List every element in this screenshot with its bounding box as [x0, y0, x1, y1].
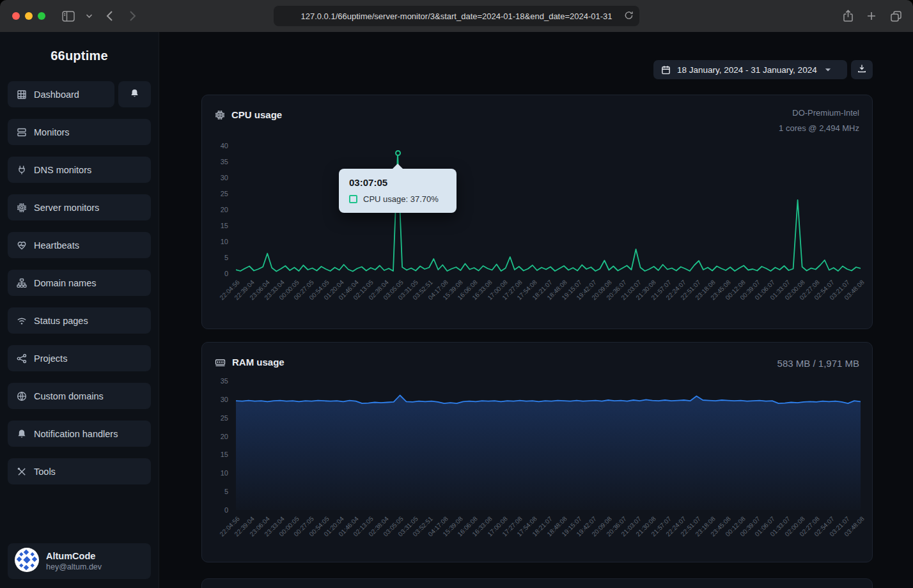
minimize-window-button[interactable]	[25, 12, 33, 20]
window-controls	[12, 12, 45, 20]
user-name: AltumCode	[46, 551, 102, 561]
zoom-window-button[interactable]	[38, 12, 45, 20]
chart-tooltip: 03:07:05 CPU usage: 37.70%	[339, 169, 456, 213]
sidebar-item-dashboard[interactable]: Dashboard	[8, 81, 114, 107]
next-card-partial	[201, 578, 873, 588]
browser-toolbar: 127.0.0.1/66uptime/server-monitor/3&star…	[0, 0, 913, 32]
date-range-picker[interactable]: 18 January, 2024 - 31 January, 2024	[653, 60, 847, 79]
sidebar-item-label: Domain names	[34, 278, 97, 288]
server-name: DO-Premium-Intel	[779, 105, 859, 121]
y-axis-label: 5	[202, 488, 228, 495]
sidebar-item-heartbeats[interactable]: Heartbeats	[8, 232, 151, 258]
server-stack-icon	[17, 127, 27, 137]
sidebar: 66uptime Dashboard	[0, 32, 159, 588]
notifications-button[interactable]	[118, 81, 151, 107]
sidebar-item-projects[interactable]: Projects	[8, 345, 151, 371]
y-axis-label: 0	[202, 506, 228, 514]
cpu-chart[interactable]	[236, 146, 861, 274]
close-window-button[interactable]	[12, 12, 20, 20]
ram-usage-value: 583 MB / 1,971 MB	[777, 358, 859, 369]
sidebar-item-label: Server monitors	[34, 203, 99, 213]
user-account-card[interactable]: AltumCode hey@altum.dev	[8, 543, 151, 579]
sidebar-item-label: Monitors	[34, 127, 70, 137]
sidebar-item-domain-names[interactable]: Domain names	[8, 270, 151, 296]
sidebar-item-custom-domains[interactable]: Custom domains	[8, 383, 151, 409]
share-icon[interactable]	[839, 8, 856, 24]
sidebar-item-tools[interactable]: Tools	[8, 458, 151, 484]
tooltip-value: CPU usage: 37.70%	[363, 194, 439, 204]
grid-icon	[17, 89, 27, 100]
sidebar-item-label: Dashboard	[34, 89, 79, 100]
sitemap-icon	[17, 278, 27, 288]
chart-highlight-dot	[395, 150, 401, 156]
sidebar-item-monitors[interactable]: Monitors	[8, 119, 151, 145]
sidebar-item-status-pages[interactable]: Status pages	[8, 307, 151, 334]
sidebar-item-label: Projects	[34, 353, 67, 364]
y-axis-label: 10	[202, 238, 228, 245]
share-nodes-icon	[17, 353, 27, 364]
y-axis-label: 20	[202, 206, 228, 213]
heart-pulse-icon	[17, 240, 27, 251]
memory-icon	[215, 357, 226, 368]
sidebar-item-label: Heartbeats	[34, 240, 79, 251]
ram-chart[interactable]	[236, 381, 861, 510]
user-email: hey@altum.dev	[46, 562, 102, 571]
server-spec: 1 cores @ 2,494 MHz	[779, 121, 859, 136]
ram-usage-card: RAM usage 583 MB / 1,971 MB 051015202530…	[201, 342, 873, 562]
y-axis-label: 0	[202, 270, 228, 277]
y-axis-label: 10	[202, 469, 228, 477]
forward-button[interactable]	[124, 8, 141, 24]
tooltip-series-swatch	[349, 195, 357, 203]
calendar-icon	[661, 65, 671, 75]
y-axis-label: 30	[202, 396, 228, 403]
y-axis-label: 30	[202, 174, 228, 182]
y-axis-label: 35	[202, 377, 228, 385]
sidebar-item-label: Tools	[34, 467, 56, 477]
browser-window: 127.0.0.1/66uptime/server-monitor/3&star…	[0, 0, 913, 588]
y-axis-label: 35	[202, 158, 228, 166]
chevron-down-icon[interactable]	[81, 8, 97, 24]
address-bar[interactable]: 127.0.0.1/66uptime/server-monitor/3&star…	[274, 6, 639, 26]
new-tab-icon[interactable]	[863, 8, 880, 24]
sidebar-toggle-icon[interactable]	[60, 8, 77, 24]
y-axis-label: 25	[202, 414, 228, 422]
y-axis-label: 20	[202, 433, 228, 440]
bell-icon	[130, 88, 139, 101]
y-axis-label: 15	[202, 451, 228, 458]
plug-icon	[17, 165, 27, 175]
sidebar-item-dns-monitors[interactable]: DNS monitors	[8, 157, 151, 183]
bell-icon	[17, 429, 27, 439]
cpu-usage-card: CPU usage DO-Premium-Intel 1 cores @ 2,4…	[201, 95, 873, 329]
reload-icon[interactable]	[624, 10, 634, 22]
sidebar-item-notification-handlers[interactable]: Notification handlers	[8, 421, 151, 447]
y-axis-label: 25	[202, 190, 228, 197]
sidebar-item-label: Custom domains	[34, 391, 104, 401]
caret-down-icon	[825, 68, 831, 72]
y-axis-label: 15	[202, 222, 228, 229]
sidebar-item-label: Status pages	[34, 316, 88, 326]
sidebar-item-label: Notification handlers	[34, 429, 118, 439]
tooltip-time: 03:07:05	[349, 177, 446, 188]
globe-icon	[17, 391, 27, 401]
tools-icon	[17, 467, 27, 477]
app-root: 66uptime Dashboard	[0, 32, 913, 588]
main-content: 18 January, 2024 - 31 January, 2024	[159, 32, 913, 588]
y-axis-label: 5	[202, 254, 228, 261]
sidebar-nav: Dashboard	[0, 81, 159, 484]
back-button[interactable]	[101, 8, 118, 24]
download-icon	[857, 64, 866, 75]
tab-overview-icon[interactable]	[887, 8, 904, 24]
y-axis-label: 40	[202, 142, 228, 150]
card-title: CPU usage	[231, 109, 282, 120]
url-text: 127.0.0.1/66uptime/server-monitor/3&star…	[300, 12, 612, 21]
sidebar-item-label: DNS monitors	[34, 165, 91, 175]
card-title: RAM usage	[232, 357, 285, 368]
brand-logo: 66uptime	[0, 49, 159, 63]
microchip-icon	[17, 203, 27, 213]
wifi-icon	[17, 316, 27, 326]
download-report-button[interactable]	[851, 60, 873, 79]
date-range-label: 18 January, 2024 - 31 January, 2024	[677, 65, 817, 75]
avatar	[15, 548, 39, 575]
sidebar-item-server-monitors[interactable]: Server monitors	[8, 194, 151, 220]
microchip-icon	[215, 110, 225, 120]
